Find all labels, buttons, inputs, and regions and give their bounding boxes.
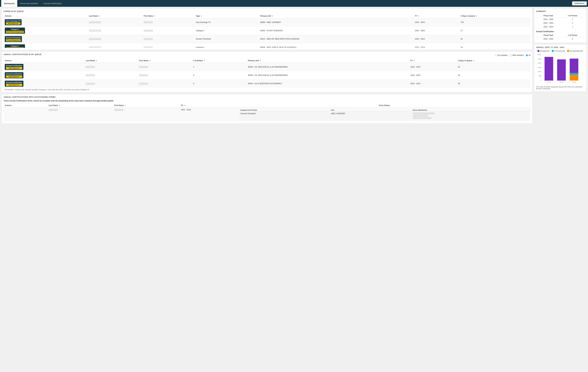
forms-queue-scroll[interactable]: Actions Last Name ⬍ First Name ⬍ Type ⬍ … [4,14,531,48]
summary-panel: SUMMARY: Fiscal Year # of Forms 2024 - 2… [534,8,587,43]
annual-cert-summary-table: Fiscal Year # of Forms 2023 - 2024 6 [536,34,584,41]
radio-all[interactable]: All [526,54,531,56]
legend-accepted-label: Accepted AC [540,50,550,52]
summary-fy: 2024 - 2025 [536,18,561,21]
firstname-cell [142,18,195,27]
type-cell: Category I [195,27,259,35]
firstname-blurred-ac [139,74,148,76]
forms-queue-panel: FORMS IN MY QUEUE Actions Last Name ⬍ Fi… [1,8,533,50]
chart-area: 0 500 1,000 1,500 2,000 2,500 3,000 [536,53,584,85]
summary-fy: 2022 - 2023 [536,25,561,29]
col-actions: Actions [4,14,88,18]
col-firstname-ac[interactable]: First Name ⬍ [138,59,192,63]
radio-with-activities[interactable]: With activities [510,54,524,56]
summary-table: Fiscal Year # of Forms 2024 - 2025 2 202… [536,14,584,29]
annual-cert-queue-scroll[interactable]: Actions Last Name ⬍ First Name ⬍ # Activ… [4,59,531,88]
left-column: FORMS IN MY QUEUE Actions Last Name ⬍ Fi… [1,8,533,123]
col-fy-out[interactable]: FY ▼ [180,103,238,108]
annual-cert-summary-title: Annual Certification: [536,30,584,33]
fy-cell: 2023 - 2024 [414,35,460,43]
action-button[interactable]: Exceed Threshold Provost Approver [5,36,22,42]
fy-cell: 2023 - 2024 [414,43,460,48]
lastname-blurred [89,38,101,40]
action-button[interactable]: Category I Vice Provost Approver [5,44,25,48]
queue-member-3 [413,117,431,119]
firstname-blurred [144,30,153,32]
form-name: Exceed Threshold [239,111,330,120]
x-label-23-24: '23-'24 [572,81,576,83]
table-row: Annual Certification Dept Approver 0 300… [4,71,531,80]
lastname-blurred [89,46,101,48]
bar-22-23-accepted [557,60,566,81]
table-row: Over Earnings TH Dept Approver Over Earn… [4,18,531,27]
unit-cell: 30003 - PLANT SCIENCES [259,27,414,35]
tab-annual-certifications[interactable]: Annual Certifications [41,0,64,7]
summary-count[interactable]: 2 [561,18,584,21]
summary-title: SUMMARY: [536,10,584,12]
action-cell-ac: Annual Certification Dept Approver [4,71,84,80]
type-cell: Exceed Threshold [195,35,259,43]
col-firstname-out[interactable]: First Name ⬍ [113,103,180,108]
ac-fy-header: Fiscal Year [536,34,561,37]
activities-cell: 0 [192,71,247,80]
summary-count[interactable]: 3 [561,21,584,25]
svg-text:1,000: 1,000 [538,71,541,72]
summary-count[interactable]: 1 [561,25,584,29]
action-button-ac[interactable]: Annual Certification Dept Approver [5,72,23,78]
action-button-ac[interactable]: Annual Certification Dept Approver [5,64,23,70]
ac-summary-count[interactable]: 6 [561,37,584,41]
lastname-blurred-out [49,109,58,111]
col-primary-unit[interactable]: Primary Unit ⬍ [259,14,414,18]
legend-in-process-dot [552,50,554,52]
col-unit-inner: Unit [330,109,412,111]
col-lastname[interactable]: Last Name ⬍ [88,14,143,18]
action-button-ac[interactable]: Annual Certification Dept Approver [5,81,23,87]
tab-forms-activities[interactable]: Forms and Activities [17,0,41,7]
summary-row: 2023 - 2024 3 [536,21,584,25]
legend-accepted-dot [537,50,539,52]
tab-dashboard[interactable]: Dashboard [1,0,17,7]
legend-not-submitted-label: Not Submitted AC [570,50,583,52]
legend-in-process: In Process AC [552,50,565,52]
radio-no-activities[interactable]: No activities [495,54,508,56]
col-fy[interactable]: FY ⬍ [414,14,460,18]
col-type[interactable]: Type ⬍ [195,14,259,18]
firstname-blurred [144,21,153,23]
col-form-status: Form Status [238,103,531,108]
action-sub-label-ac: Dept Approver [6,75,22,78]
lastname-cell [88,35,143,43]
action-sub-label-ac: Dept Approver [6,84,22,86]
forms-queue-table: Actions Last Name ⬍ First Name ⬍ Type ⬍ … [4,14,531,48]
col-days[interactable]: # Days in Queue ▼ [459,14,531,18]
action-sub-label: Provost Approver [6,39,21,41]
right-column: SUMMARY: Fiscal Year # of Forms 2024 - 2… [534,8,587,91]
firstname-cell [142,43,195,48]
summary-row: 2022 - 2023 1 [536,25,584,29]
col-lastname-out[interactable]: Last Name ⬍ [47,103,113,108]
table-row: Category I Vice Provost Approver Categor… [4,43,531,48]
col-days-ac[interactable]: # Days in Queue ▼ [457,59,531,63]
legend-accepted: Accepted AC [537,50,550,52]
bar-21-22-accepted [545,57,553,80]
col-fy-ac[interactable]: FY ⬍ [409,59,457,63]
notifications-button[interactable]: Notifications [572,1,587,5]
action-button[interactable]: Over Earnings TH Dept Approver [5,19,21,25]
annual-cert-queue-table: Actions Last Name ⬍ First Name ⬍ # Activ… [4,59,531,88]
summary-fy-header: Fiscal Year [536,14,561,18]
days-cell: 26 [459,43,531,48]
action-cell-ac: Annual Certification Dept Approver [4,80,84,88]
unit-cell: 49030 - MED: PUBLIC HEALTH SCIENCES [259,43,414,48]
table-row: Exceed Threshold Provost Approver Exceed… [4,35,531,43]
col-activities[interactable]: # Activities ⬍ [192,59,247,63]
chart-note: The chart excludes separated faculty who… [536,86,584,90]
queue-member-1 [413,112,434,114]
activity-filter: No activities With activities All [495,54,531,56]
form-unit: MED: SURGERY [330,111,412,120]
col-primary-unit-ac[interactable]: Primary Unit ⬍ [247,59,409,63]
fy-cell: 2022 - 2023 [414,18,460,27]
col-firstname[interactable]: First Name ⬍ [142,14,195,18]
col-lastname-ac[interactable]: Last Name ⬍ [84,59,138,63]
outstanding-title: ANNUAL CERTIFICATIONS WITH OUTSTANDING F… [4,96,531,98]
action-button[interactable]: Category I Vice Provost Approver [5,28,25,34]
action-sub-label: Vice Provost Approver [6,47,24,48]
